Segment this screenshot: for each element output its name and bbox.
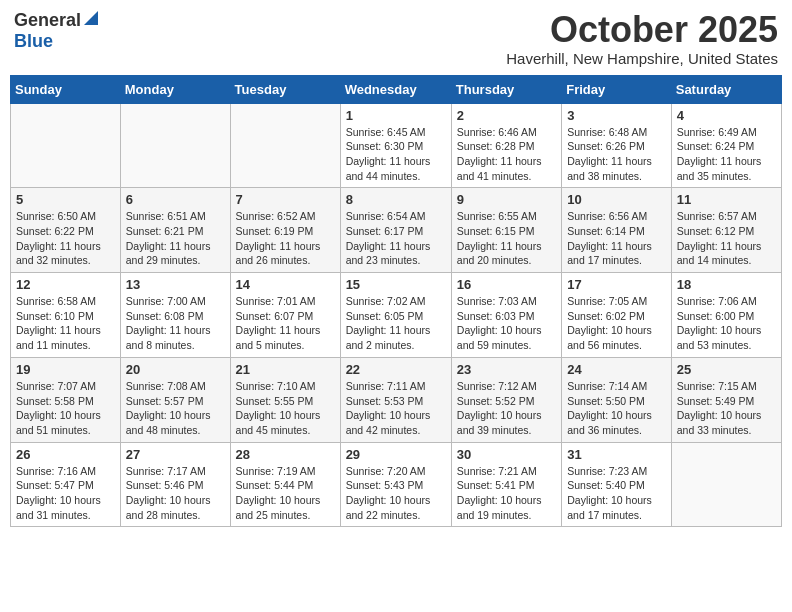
calendar-week-row: 26Sunrise: 7:16 AM Sunset: 5:47 PM Dayli… (11, 442, 782, 527)
day-info: Sunrise: 7:10 AM Sunset: 5:55 PM Dayligh… (236, 379, 335, 438)
calendar-cell: 15Sunrise: 7:02 AM Sunset: 6:05 PM Dayli… (340, 273, 451, 358)
day-info: Sunrise: 6:51 AM Sunset: 6:21 PM Dayligh… (126, 209, 225, 268)
day-number: 28 (236, 447, 335, 462)
day-info: Sunrise: 7:08 AM Sunset: 5:57 PM Dayligh… (126, 379, 225, 438)
calendar-cell (120, 103, 230, 188)
day-number: 31 (567, 447, 666, 462)
calendar-cell: 16Sunrise: 7:03 AM Sunset: 6:03 PM Dayli… (451, 273, 561, 358)
calendar-cell: 21Sunrise: 7:10 AM Sunset: 5:55 PM Dayli… (230, 357, 340, 442)
calendar-cell: 19Sunrise: 7:07 AM Sunset: 5:58 PM Dayli… (11, 357, 121, 442)
day-number: 30 (457, 447, 556, 462)
calendar-cell: 11Sunrise: 6:57 AM Sunset: 6:12 PM Dayli… (671, 188, 781, 273)
day-info: Sunrise: 7:12 AM Sunset: 5:52 PM Dayligh… (457, 379, 556, 438)
day-number: 7 (236, 192, 335, 207)
day-number: 8 (346, 192, 446, 207)
calendar-cell: 18Sunrise: 7:06 AM Sunset: 6:00 PM Dayli… (671, 273, 781, 358)
calendar-cell: 24Sunrise: 7:14 AM Sunset: 5:50 PM Dayli… (562, 357, 672, 442)
svg-marker-0 (84, 11, 98, 25)
day-info: Sunrise: 7:03 AM Sunset: 6:03 PM Dayligh… (457, 294, 556, 353)
day-info: Sunrise: 6:54 AM Sunset: 6:17 PM Dayligh… (346, 209, 446, 268)
day-number: 11 (677, 192, 776, 207)
day-number: 21 (236, 362, 335, 377)
day-number: 14 (236, 277, 335, 292)
day-number: 20 (126, 362, 225, 377)
day-info: Sunrise: 6:50 AM Sunset: 6:22 PM Dayligh… (16, 209, 115, 268)
calendar-cell: 10Sunrise: 6:56 AM Sunset: 6:14 PM Dayli… (562, 188, 672, 273)
weekday-header: Sunday (11, 75, 121, 103)
day-number: 1 (346, 108, 446, 123)
day-number: 15 (346, 277, 446, 292)
calendar-cell: 6Sunrise: 6:51 AM Sunset: 6:21 PM Daylig… (120, 188, 230, 273)
logo-general: General (14, 10, 81, 31)
day-info: Sunrise: 7:23 AM Sunset: 5:40 PM Dayligh… (567, 464, 666, 523)
day-number: 3 (567, 108, 666, 123)
day-number: 23 (457, 362, 556, 377)
day-info: Sunrise: 6:49 AM Sunset: 6:24 PM Dayligh… (677, 125, 776, 184)
day-info: Sunrise: 7:16 AM Sunset: 5:47 PM Dayligh… (16, 464, 115, 523)
weekday-header: Tuesday (230, 75, 340, 103)
day-number: 12 (16, 277, 115, 292)
weekday-header: Saturday (671, 75, 781, 103)
day-info: Sunrise: 7:06 AM Sunset: 6:00 PM Dayligh… (677, 294, 776, 353)
day-info: Sunrise: 7:01 AM Sunset: 6:07 PM Dayligh… (236, 294, 335, 353)
calendar-cell: 23Sunrise: 7:12 AM Sunset: 5:52 PM Dayli… (451, 357, 561, 442)
day-info: Sunrise: 7:02 AM Sunset: 6:05 PM Dayligh… (346, 294, 446, 353)
day-info: Sunrise: 7:19 AM Sunset: 5:44 PM Dayligh… (236, 464, 335, 523)
calendar-table: SundayMondayTuesdayWednesdayThursdayFrid… (10, 75, 782, 528)
day-info: Sunrise: 6:58 AM Sunset: 6:10 PM Dayligh… (16, 294, 115, 353)
day-info: Sunrise: 7:11 AM Sunset: 5:53 PM Dayligh… (346, 379, 446, 438)
calendar-cell: 4Sunrise: 6:49 AM Sunset: 6:24 PM Daylig… (671, 103, 781, 188)
day-number: 16 (457, 277, 556, 292)
calendar-cell: 22Sunrise: 7:11 AM Sunset: 5:53 PM Dayli… (340, 357, 451, 442)
day-number: 25 (677, 362, 776, 377)
day-info: Sunrise: 7:14 AM Sunset: 5:50 PM Dayligh… (567, 379, 666, 438)
day-number: 17 (567, 277, 666, 292)
day-info: Sunrise: 7:00 AM Sunset: 6:08 PM Dayligh… (126, 294, 225, 353)
logo-blue: Blue (14, 31, 53, 51)
calendar-week-row: 5Sunrise: 6:50 AM Sunset: 6:22 PM Daylig… (11, 188, 782, 273)
day-number: 5 (16, 192, 115, 207)
day-info: Sunrise: 6:52 AM Sunset: 6:19 PM Dayligh… (236, 209, 335, 268)
weekday-header: Thursday (451, 75, 561, 103)
day-info: Sunrise: 7:17 AM Sunset: 5:46 PM Dayligh… (126, 464, 225, 523)
calendar-cell: 30Sunrise: 7:21 AM Sunset: 5:41 PM Dayli… (451, 442, 561, 527)
calendar-cell: 26Sunrise: 7:16 AM Sunset: 5:47 PM Dayli… (11, 442, 121, 527)
day-number: 26 (16, 447, 115, 462)
calendar-cell (671, 442, 781, 527)
day-number: 19 (16, 362, 115, 377)
day-number: 13 (126, 277, 225, 292)
day-info: Sunrise: 7:05 AM Sunset: 6:02 PM Dayligh… (567, 294, 666, 353)
calendar-cell: 27Sunrise: 7:17 AM Sunset: 5:46 PM Dayli… (120, 442, 230, 527)
calendar-cell: 9Sunrise: 6:55 AM Sunset: 6:15 PM Daylig… (451, 188, 561, 273)
day-number: 22 (346, 362, 446, 377)
calendar-cell: 1Sunrise: 6:45 AM Sunset: 6:30 PM Daylig… (340, 103, 451, 188)
calendar-cell: 12Sunrise: 6:58 AM Sunset: 6:10 PM Dayli… (11, 273, 121, 358)
day-number: 6 (126, 192, 225, 207)
calendar-cell (230, 103, 340, 188)
calendar-cell: 8Sunrise: 6:54 AM Sunset: 6:17 PM Daylig… (340, 188, 451, 273)
day-number: 29 (346, 447, 446, 462)
calendar-cell: 14Sunrise: 7:01 AM Sunset: 6:07 PM Dayli… (230, 273, 340, 358)
calendar-cell: 3Sunrise: 6:48 AM Sunset: 6:26 PM Daylig… (562, 103, 672, 188)
day-info: Sunrise: 6:57 AM Sunset: 6:12 PM Dayligh… (677, 209, 776, 268)
calendar-cell: 7Sunrise: 6:52 AM Sunset: 6:19 PM Daylig… (230, 188, 340, 273)
day-info: Sunrise: 7:20 AM Sunset: 5:43 PM Dayligh… (346, 464, 446, 523)
day-info: Sunrise: 6:55 AM Sunset: 6:15 PM Dayligh… (457, 209, 556, 268)
calendar-cell (11, 103, 121, 188)
calendar-cell: 2Sunrise: 6:46 AM Sunset: 6:28 PM Daylig… (451, 103, 561, 188)
day-info: Sunrise: 7:07 AM Sunset: 5:58 PM Dayligh… (16, 379, 115, 438)
calendar-cell: 31Sunrise: 7:23 AM Sunset: 5:40 PM Dayli… (562, 442, 672, 527)
day-number: 27 (126, 447, 225, 462)
day-number: 10 (567, 192, 666, 207)
day-info: Sunrise: 7:21 AM Sunset: 5:41 PM Dayligh… (457, 464, 556, 523)
calendar-cell: 17Sunrise: 7:05 AM Sunset: 6:02 PM Dayli… (562, 273, 672, 358)
weekday-header: Monday (120, 75, 230, 103)
calendar-cell: 20Sunrise: 7:08 AM Sunset: 5:57 PM Dayli… (120, 357, 230, 442)
day-info: Sunrise: 6:46 AM Sunset: 6:28 PM Dayligh… (457, 125, 556, 184)
day-info: Sunrise: 6:48 AM Sunset: 6:26 PM Dayligh… (567, 125, 666, 184)
day-info: Sunrise: 6:56 AM Sunset: 6:14 PM Dayligh… (567, 209, 666, 268)
calendar-cell: 25Sunrise: 7:15 AM Sunset: 5:49 PM Dayli… (671, 357, 781, 442)
title-section: October 2025 Haverhill, New Hampshire, U… (506, 10, 778, 67)
calendar-week-row: 12Sunrise: 6:58 AM Sunset: 6:10 PM Dayli… (11, 273, 782, 358)
calendar-cell: 5Sunrise: 6:50 AM Sunset: 6:22 PM Daylig… (11, 188, 121, 273)
